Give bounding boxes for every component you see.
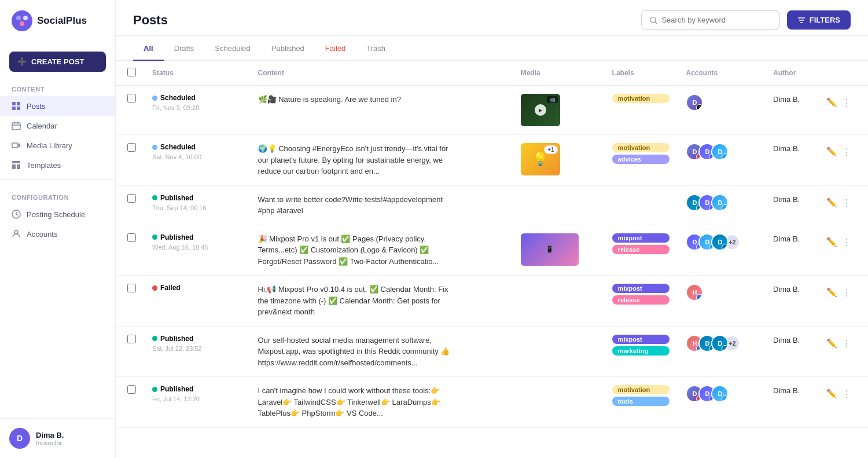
sidebar-item-calendar[interactable]: Calendar <box>0 116 115 135</box>
col-accounts: Accounts <box>678 61 765 86</box>
sidebar-item-media-library[interactable]: Media Library <box>0 135 115 155</box>
edit-icon[interactable]: ✏️ <box>826 146 837 157</box>
edit-icon[interactable]: ✏️ <box>826 197 837 208</box>
row-actions: ✏️ ⋮ <box>826 284 860 298</box>
content-cell: Our self-hosted social media management … <box>258 335 455 369</box>
account-avatar: D <box>711 194 729 211</box>
filters-button[interactable]: FILTERS <box>787 10 851 30</box>
media-thumb: 📱 <box>521 233 579 266</box>
author-name: Dima B. <box>773 336 800 345</box>
label-tag: motivation <box>612 385 670 394</box>
status-dot <box>152 145 157 150</box>
more-icon[interactable]: ⋮ <box>842 338 851 349</box>
label-tag: release <box>612 295 670 305</box>
sidebar-item-templates[interactable]: Templates <box>0 155 115 175</box>
labels-cell: mixpost release <box>612 284 670 305</box>
media-thumb: ▶ 📹 <box>521 94 560 126</box>
search-box[interactable] <box>641 10 780 30</box>
edit-icon[interactable]: ✏️ <box>826 338 837 349</box>
status-date: Fri, Nov 3, 09:20 <box>152 104 242 111</box>
status-dot <box>152 336 157 341</box>
row-checkbox[interactable] <box>127 143 136 152</box>
row-checkbox[interactable] <box>127 94 136 102</box>
status-date: Thu, Sep 14, 00:16 <box>152 204 242 211</box>
user-profile[interactable]: D Dima B. Inovector <box>0 418 115 458</box>
content-cell: 🌿🎥 Nature is speaking. Are we tuned in? <box>258 94 455 105</box>
edit-icon[interactable]: ✏️ <box>826 287 837 298</box>
status-cell: Scheduled Fri, Nov 3, 09:20 <box>152 94 242 111</box>
more-icon[interactable]: ⋮ <box>842 197 851 208</box>
status-badge: Published <box>152 194 242 202</box>
status-text: Published <box>160 385 193 393</box>
svg-line-21 <box>655 21 657 23</box>
status-dot <box>152 195 157 200</box>
table-row: Scheduled Sat, Nov 4, 10:00 🌍💡 Choosing … <box>116 135 868 186</box>
account-avatar: D <box>711 385 729 402</box>
status-text: Published <box>160 335 193 343</box>
row-actions: ✏️ ⋮ <box>826 194 860 208</box>
user-name: Dima B. <box>36 431 64 439</box>
sidebar-item-accounts[interactable]: Accounts <box>0 224 115 244</box>
platform-indicator <box>722 395 729 402</box>
status-text: Scheduled <box>160 94 196 102</box>
more-icon[interactable]: ⋮ <box>842 287 851 298</box>
tab-scheduled[interactable]: Scheduled <box>204 36 260 61</box>
content-cell: 🎉 Mixpost Pro v1 is out.✅ Pages (Privacy… <box>258 233 455 268</box>
row-checkbox[interactable] <box>127 385 136 394</box>
filter-icon <box>797 16 806 24</box>
search-input[interactable] <box>661 16 771 24</box>
sidebar-item-label: Posting Schedule <box>27 210 85 219</box>
platform-indicator <box>722 153 729 160</box>
sidebar-item-label: Accounts <box>27 230 57 239</box>
table-row: Published Thu, Sep 14, 00:16 Want to wri… <box>116 185 868 225</box>
row-checkbox[interactable] <box>127 233 136 242</box>
status-date: Wed, Aug 16, 18:45 <box>152 244 242 251</box>
create-post-button[interactable]: ➕ CREATE POST <box>9 52 106 72</box>
accounts-cell: D D D <box>686 194 757 211</box>
col-actions <box>818 61 868 86</box>
accounts-cell: D D D <box>686 143 757 160</box>
status-text: Published <box>160 233 193 241</box>
select-all-checkbox[interactable] <box>127 68 136 76</box>
tab-published[interactable]: Published <box>261 36 315 61</box>
row-actions: ✏️ ⋮ <box>826 233 860 247</box>
svg-rect-8 <box>12 123 20 130</box>
author-name: Dima B. <box>773 235 800 243</box>
svg-rect-6 <box>12 107 16 110</box>
author-name: Dima B. <box>773 144 800 153</box>
sidebar-item-posting-schedule[interactable]: Posting Schedule <box>0 204 115 224</box>
row-checkbox[interactable] <box>127 194 136 203</box>
svg-point-19 <box>14 230 18 234</box>
status-badge: Scheduled <box>152 143 242 151</box>
row-actions: ✏️ ⋮ <box>826 143 860 157</box>
tab-all[interactable]: All <box>133 36 164 61</box>
svg-point-2 <box>23 16 28 20</box>
edit-icon[interactable]: ✏️ <box>826 97 837 108</box>
status-badge: Scheduled <box>152 94 242 102</box>
account-avatar: D <box>711 143 729 160</box>
more-icon[interactable]: ⋮ <box>842 237 851 247</box>
label-tag: tools <box>612 397 670 406</box>
more-icon[interactable]: ⋮ <box>842 97 851 108</box>
posts-table: Status Content Media Labels Accounts Aut… <box>116 61 868 428</box>
row-checkbox[interactable] <box>127 284 136 292</box>
status-badge: Published <box>152 233 242 241</box>
content-cell: Hi,📢 Mixpost Pro v0.10.4 is out. ✅ Calen… <box>258 284 455 318</box>
tab-drafts[interactable]: Drafts <box>164 36 205 61</box>
author-name: Dima B. <box>773 195 800 204</box>
author-name: Dima B. <box>773 386 800 395</box>
more-icon[interactable]: ⋮ <box>842 146 851 157</box>
platform-indicator: T <box>696 104 703 111</box>
label-tag: mixpost <box>612 233 670 243</box>
sidebar-item-posts[interactable]: Posts <box>0 96 115 116</box>
tab-trash[interactable]: Trash <box>356 36 396 61</box>
edit-icon[interactable]: ✏️ <box>826 389 837 399</box>
row-actions: ✏️ ⋮ <box>826 94 860 108</box>
status-date: Sat, Nov 4, 10:00 <box>152 153 242 160</box>
status-cell: Scheduled Sat, Nov 4, 10:00 <box>152 143 242 160</box>
status-badge: Published <box>152 385 242 393</box>
more-icon[interactable]: ⋮ <box>842 389 851 399</box>
tab-failed[interactable]: Failed <box>315 36 356 61</box>
row-checkbox[interactable] <box>127 335 136 343</box>
edit-icon[interactable]: ✏️ <box>826 237 837 247</box>
